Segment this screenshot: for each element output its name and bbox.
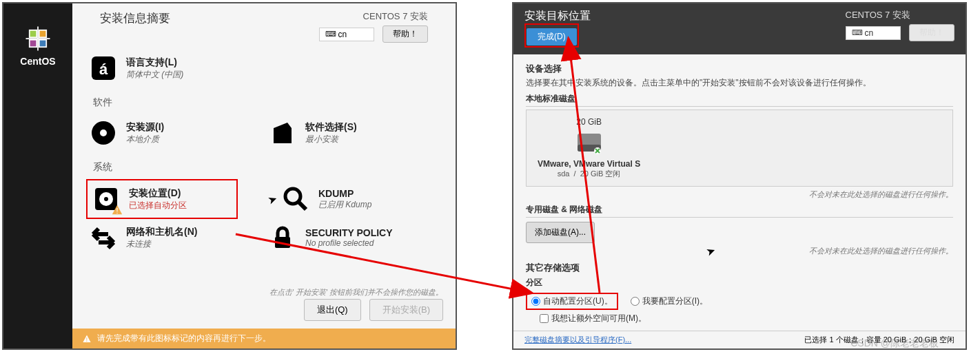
disc-icon bbox=[89, 118, 118, 147]
begin-install-button[interactable]: 开始安装(B) bbox=[369, 299, 443, 321]
network-icon bbox=[89, 223, 118, 252]
device-select-desc: 选择要在其中安装系统的设备。点击主菜单中的"开始安装"按钮前不会对该设备进行任何… bbox=[526, 77, 953, 89]
sidebar: CentOS bbox=[3, 3, 72, 348]
header: 安装目标位置 完成(D) CENTOS 7 安装 ⌨cn 帮助！ bbox=[513, 3, 966, 54]
radio-auto-input[interactable] bbox=[531, 297, 540, 306]
svg-rect-0 bbox=[30, 30, 37, 38]
spoke-software-selection[interactable]: 软件选择(S) 最小安装 bbox=[265, 114, 417, 152]
begin-hint: 在点击' 开始安装' 按钮前我们并不会操作您的磁盘。 bbox=[269, 287, 443, 298]
svg-rect-3 bbox=[39, 40, 47, 48]
disk-summary-link[interactable]: 完整磁盘摘要以及引导程序(F)... bbox=[524, 335, 631, 345]
keyboard-layout-indicator[interactable]: ⌨cn bbox=[319, 28, 374, 41]
disk-note-2: 不会对未在此处选择的磁盘进行任何操作。 bbox=[526, 246, 953, 256]
spoke-language-support[interactable]: á 语言支持(L) 简体中文 (中国) bbox=[86, 50, 442, 87]
spoke-install-destination[interactable]: ! 安装位置(D) 已选择自动分区 bbox=[86, 179, 238, 219]
header: 安装信息摘要 CENTOS 7 安装 ⌨cn 帮助！ bbox=[86, 3, 442, 50]
disk-item[interactable]: 20 GiB VMware, VMware Virtual S sda / 20… bbox=[526, 110, 953, 187]
spoke-install-source[interactable]: 安装源(I) 本地介质 bbox=[86, 114, 238, 152]
svg-text:!: ! bbox=[86, 335, 88, 342]
spoke-network[interactable]: 网络和主机名(N) 未连接 bbox=[86, 219, 238, 256]
device-select-heading: 设备选择 bbox=[526, 63, 953, 75]
language-icon: á bbox=[89, 54, 118, 83]
watermark: CSDN @陈老老老板 bbox=[850, 337, 939, 350]
page-title: 安装信息摘要 bbox=[100, 10, 170, 26]
radio-auto-partition[interactable]: 自动配置分区(U)。 bbox=[531, 295, 613, 307]
warning-bar[interactable]: ! 请先完成带有此图标标记的内容再进行下一步。 bbox=[72, 329, 456, 348]
brand-label: CentOS bbox=[20, 56, 55, 67]
svg-point-9 bbox=[100, 129, 107, 136]
svg-point-14 bbox=[285, 189, 300, 204]
harddisk-icon: ! bbox=[92, 185, 121, 214]
installer-label: CENTOS 7 安装 bbox=[319, 10, 428, 23]
svg-rect-16 bbox=[275, 237, 290, 248]
svg-rect-1 bbox=[39, 30, 47, 38]
installer-label: CENTOS 7 安装 bbox=[846, 9, 955, 21]
section-software: 软件 bbox=[93, 96, 442, 109]
special-disks-label: 专用磁盘 & 网络磁盘 bbox=[526, 204, 953, 218]
destination-window: 安装目标位置 完成(D) CENTOS 7 安装 ⌨cn 帮助！ 设备选择 选择… bbox=[512, 2, 967, 350]
disk-note: 不会对未在此处选择的磁盘进行任何操作。 bbox=[526, 189, 953, 200]
local-disks-label: 本地标准磁盘 bbox=[526, 93, 953, 107]
radio-manual-partition[interactable]: 我要配置分区(I)。 bbox=[631, 295, 708, 307]
page-title: 安装目标位置 bbox=[524, 9, 591, 23]
other-storage-heading: 其它存储选项 bbox=[526, 262, 953, 274]
help-button[interactable]: 帮助！ bbox=[382, 25, 428, 43]
svg-text:á: á bbox=[99, 61, 108, 78]
disk-capacity: 20 GiB bbox=[538, 117, 640, 127]
spoke-title: 语言支持(L) bbox=[126, 56, 183, 69]
disk-name: VMware, VMware Virtual S bbox=[538, 159, 640, 169]
magnify-icon bbox=[281, 185, 310, 214]
section-system: 系统 bbox=[93, 161, 442, 174]
done-button[interactable]: 完成(D) bbox=[527, 28, 577, 45]
centos-logo-icon bbox=[23, 24, 52, 53]
harddrive-icon bbox=[575, 128, 604, 157]
add-disk-button[interactable]: 添加磁盘(A)... bbox=[526, 222, 595, 243]
package-icon bbox=[268, 118, 297, 147]
cursor-icon: ➤ bbox=[266, 191, 279, 207]
radio-manual-input[interactable] bbox=[631, 297, 640, 306]
checkbox-extra-space[interactable]: 我想让额外空间可用(M)。 bbox=[540, 313, 953, 324]
keyboard-layout-indicator[interactable]: ⌨cn bbox=[846, 26, 901, 40]
quit-button[interactable]: 退出(Q) bbox=[304, 299, 361, 321]
warning-icon: ! bbox=[82, 334, 92, 344]
spoke-sub: 简体中文 (中国) bbox=[126, 69, 183, 81]
svg-line-15 bbox=[298, 202, 306, 209]
checkbox-extra-input[interactable] bbox=[540, 314, 549, 323]
help-button[interactable]: 帮助！ bbox=[909, 24, 955, 41]
svg-rect-2 bbox=[30, 40, 37, 48]
svg-text:!: ! bbox=[116, 207, 119, 215]
summary-window: CentOS 安装信息摘要 CENTOS 7 安装 ⌨cn 帮助！ á 语言支持… bbox=[2, 2, 457, 350]
svg-point-12 bbox=[104, 197, 108, 201]
spoke-kdump[interactable]: ➤ KDUMP 已启用 Kdump bbox=[265, 179, 417, 219]
partition-label: 分区 bbox=[526, 277, 953, 289]
lock-icon bbox=[268, 223, 297, 252]
spoke-security-policy[interactable]: SECURITY POLICY No profile selected bbox=[265, 219, 417, 256]
